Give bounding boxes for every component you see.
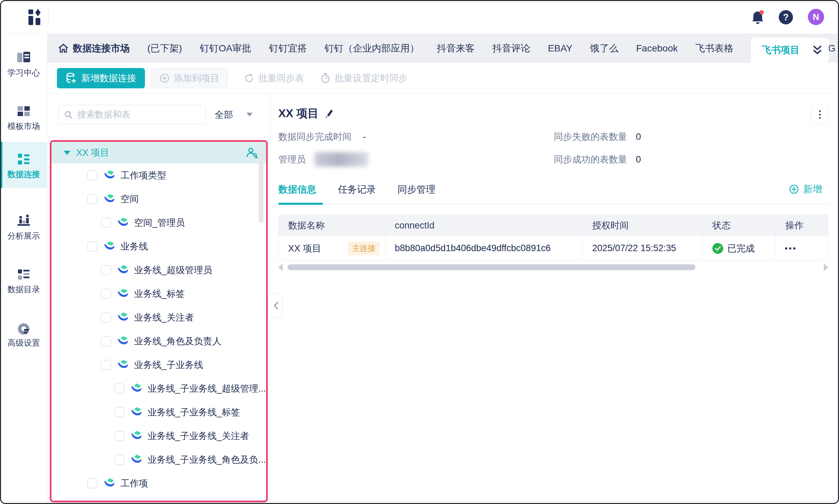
batch-schedule-sync-button[interactable]: 批量设置定时同步 [320,72,408,84]
checkbox[interactable] [114,431,125,441]
scroll-right-icon[interactable] [824,264,828,271]
tab-truncated[interactable]: G [828,43,836,54]
checkbox[interactable] [101,502,111,502]
data-tree-panel: 全部 XX 项目 工作项类型 [48,94,270,504]
sidebar-item-template-market[interactable]: 模板市场 [0,95,48,138]
grid-icon [16,104,32,119]
tree-item[interactable]: 业务线_子业务线_关注者 [52,424,266,448]
checkbox[interactable] [101,312,111,323]
timer-icon [320,73,331,84]
checkbox[interactable] [87,478,97,488]
scrollbar-thumb[interactable] [287,264,695,270]
tab-feishu-project[interactable]: 飞书项目 [751,38,810,62]
search-input[interactable] [76,109,200,120]
table-row[interactable]: XX 项目 主连接 b8b80a0d5d1b406dbe49dffcbc0891… [279,236,828,260]
toolbar: 新增数据连接 添加到项目 批量同步表 批量设置定时同步 [48,62,839,94]
tab-facebook[interactable]: Facebook [636,43,678,54]
tab-dingtalk-oa[interactable]: 钉钉OA审批 [200,42,251,55]
tree-item-label: 业务线_子业务线_角色及负... [148,454,266,466]
feishu-project-icon [103,169,115,181]
tree-item-partial[interactable] [52,495,266,502]
checkbox[interactable] [87,170,97,180]
tab-dingtalk-yida[interactable]: 钉钉宜搭 [269,42,307,55]
tree-item[interactable]: 业务线_角色及负责人 [52,329,266,353]
tree-item[interactable]: 空间 [52,187,266,211]
scrollbar-track[interactable] [285,264,822,270]
more-actions-button[interactable] [810,105,829,124]
tab-dingtalk-internal[interactable]: 钉钉（企业内部应用） [324,42,419,55]
tree-item[interactable]: 工作项 [52,471,266,495]
tree-item-label: 业务线_超级管理员 [134,264,212,276]
refresh-icon [244,73,254,83]
circle-plus-icon [159,73,169,83]
column-header: 状态 [703,215,776,236]
sync-time-value: - [363,132,366,142]
sidebar-item-label: 学习中心 [7,69,40,77]
expand-tabs-button[interactable] [806,38,829,62]
sidebar-item-advanced-settings[interactable]: 高级设置 [0,312,48,355]
notifications-bell-icon[interactable] [751,10,765,25]
tree-item[interactable]: 业务线_标签 [52,282,266,306]
checkbox[interactable] [87,241,97,252]
gear-icon [16,320,32,336]
tab-ebay[interactable]: EBAY [548,43,573,54]
tab-douyin-comment[interactable]: 抖音评论 [492,42,530,55]
sidebar-item-analysis-display[interactable]: 分析展示 [0,205,48,248]
sidebar-item-data-catalog[interactable]: 数据目录 [0,258,48,301]
tree-item-label: 业务线_子业务线_超级管理... [148,382,266,395]
expander-down-icon[interactable] [64,151,70,155]
app-logo-icon[interactable] [29,9,46,26]
new-data-connection-button[interactable]: 新增数据连接 [57,68,145,88]
help-icon[interactable]: ? [779,10,793,24]
tab-task-records[interactable]: 任务记录 [338,183,376,196]
member-permission-icon[interactable] [246,147,258,159]
checkbox[interactable] [101,289,111,299]
table-header-row: 数据名称 connectId 授权时间 状态 操作 [279,215,828,236]
filter-dropdown[interactable]: 全部 [215,105,253,124]
batch-sync-tables-button[interactable]: 批量同步表 [244,72,304,84]
checkbox[interactable] [101,265,111,275]
tree-item[interactable]: 业务线_超级管理员 [52,258,266,282]
tree-item[interactable]: 业务线_关注者 [52,306,266,329]
add-to-project-button[interactable]: 添加到项目 [151,68,228,88]
checkbox[interactable] [101,218,111,228]
tree-item[interactable]: 业务线_子业务线_超级管理... [52,377,266,400]
collapse-panel-button[interactable] [270,293,282,318]
checkbox[interactable] [101,360,111,370]
tab-feishu-sheet[interactable]: 飞书表格 [695,42,733,55]
add-new-button[interactable]: 新增 [789,183,822,196]
feishu-project-icon [130,430,142,442]
edit-pencil-icon[interactable] [324,108,334,119]
tree-item[interactable]: 业务线_子业务线_标签 [52,400,266,424]
checkbox[interactable] [114,407,125,417]
tree-root-project[interactable]: XX 项目 [52,142,266,163]
checkbox[interactable] [114,454,125,465]
sidebar-item-data-connection[interactable]: 数据连接 [0,142,48,188]
sidebar-item-learning-center[interactable]: 学习中心 [0,42,48,85]
tab-douyin-laike[interactable]: 抖音来客 [437,42,475,55]
tab-delisted[interactable]: (已下架) [147,42,182,55]
sidebar-item-label: 分析展示 [7,232,40,240]
tree-item[interactable]: 业务线_子业务线_角色及负... [52,448,266,471]
more-vertical-icon [819,114,821,115]
feishu-project-icon [117,359,129,371]
tab-eleme[interactable]: 饿了么 [590,42,619,55]
tree-item[interactable]: 空间_管理员 [52,211,266,235]
scroll-left-icon[interactable] [278,264,283,271]
checkbox[interactable] [101,336,111,346]
tab-data-info[interactable]: 数据信息 [278,183,316,196]
tree-item[interactable]: 业务线_子业务线 [52,353,266,377]
feishu-project-icon [117,335,129,347]
tree-item[interactable]: 业务线 [52,235,266,258]
avatar[interactable]: N [808,9,824,25]
checkbox[interactable] [87,194,97,204]
check-circle-icon [712,243,723,254]
checkbox[interactable] [114,383,125,394]
tree-scrollbar[interactable] [259,150,263,223]
app-window: ? N 学习中心 模板市场 [0,0,839,504]
tab-sync-management[interactable]: 同步管理 [397,183,435,196]
tree-item[interactable]: 工作项类型 [52,163,266,187]
tree-item-label: 业务线_标签 [134,288,185,300]
tab-market-home[interactable]: 数据连接市场 [58,42,130,55]
more-horizontal-icon[interactable] [785,248,795,250]
